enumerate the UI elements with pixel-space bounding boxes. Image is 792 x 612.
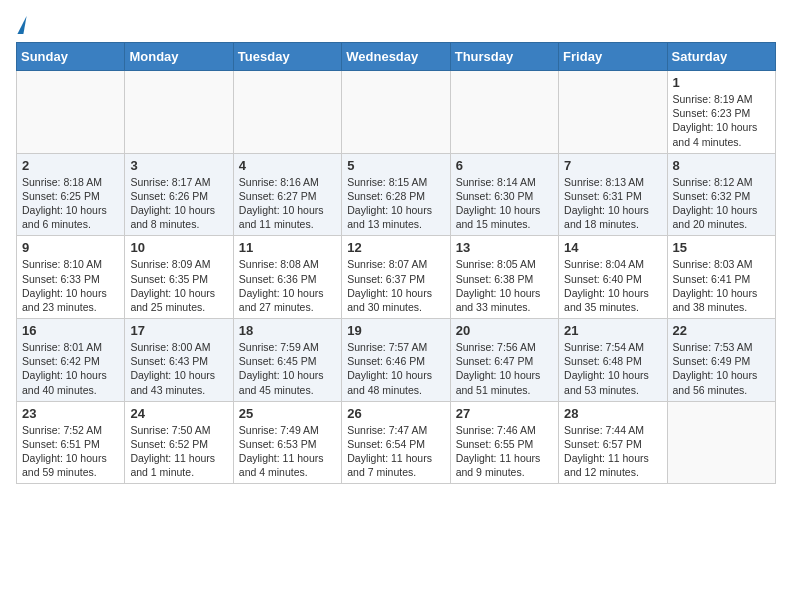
day-number: 7 [564,158,661,173]
calendar-cell: 13Sunrise: 8:05 AM Sunset: 6:38 PM Dayli… [450,236,558,319]
calendar-cell: 11Sunrise: 8:08 AM Sunset: 6:36 PM Dayli… [233,236,341,319]
weekday-header-wednesday: Wednesday [342,43,450,71]
calendar-cell: 25Sunrise: 7:49 AM Sunset: 6:53 PM Dayli… [233,401,341,484]
weekday-header-tuesday: Tuesday [233,43,341,71]
calendar-cell: 15Sunrise: 8:03 AM Sunset: 6:41 PM Dayli… [667,236,775,319]
day-info: Sunrise: 7:50 AM Sunset: 6:52 PM Dayligh… [130,423,227,480]
day-info: Sunrise: 8:14 AM Sunset: 6:30 PM Dayligh… [456,175,553,232]
calendar-cell: 7Sunrise: 8:13 AM Sunset: 6:31 PM Daylig… [559,153,667,236]
day-number: 1 [673,75,770,90]
calendar-cell: 4Sunrise: 8:16 AM Sunset: 6:27 PM Daylig… [233,153,341,236]
day-info: Sunrise: 8:01 AM Sunset: 6:42 PM Dayligh… [22,340,119,397]
calendar-cell: 1Sunrise: 8:19 AM Sunset: 6:23 PM Daylig… [667,71,775,154]
day-number: 19 [347,323,444,338]
calendar-week-3: 16Sunrise: 8:01 AM Sunset: 6:42 PM Dayli… [17,319,776,402]
weekday-header-saturday: Saturday [667,43,775,71]
calendar-cell [125,71,233,154]
page-header [16,16,776,34]
calendar-cell: 22Sunrise: 7:53 AM Sunset: 6:49 PM Dayli… [667,319,775,402]
day-number: 17 [130,323,227,338]
day-number: 28 [564,406,661,421]
calendar-body: 1Sunrise: 8:19 AM Sunset: 6:23 PM Daylig… [17,71,776,484]
day-info: Sunrise: 7:57 AM Sunset: 6:46 PM Dayligh… [347,340,444,397]
day-info: Sunrise: 8:12 AM Sunset: 6:32 PM Dayligh… [673,175,770,232]
day-info: Sunrise: 7:44 AM Sunset: 6:57 PM Dayligh… [564,423,661,480]
calendar-cell [450,71,558,154]
calendar-week-1: 2Sunrise: 8:18 AM Sunset: 6:25 PM Daylig… [17,153,776,236]
calendar-week-4: 23Sunrise: 7:52 AM Sunset: 6:51 PM Dayli… [17,401,776,484]
day-number: 10 [130,240,227,255]
day-number: 6 [456,158,553,173]
day-number: 26 [347,406,444,421]
day-info: Sunrise: 7:47 AM Sunset: 6:54 PM Dayligh… [347,423,444,480]
day-info: Sunrise: 8:00 AM Sunset: 6:43 PM Dayligh… [130,340,227,397]
day-info: Sunrise: 7:59 AM Sunset: 6:45 PM Dayligh… [239,340,336,397]
day-number: 20 [456,323,553,338]
day-number: 4 [239,158,336,173]
calendar-cell: 2Sunrise: 8:18 AM Sunset: 6:25 PM Daylig… [17,153,125,236]
day-number: 18 [239,323,336,338]
calendar-cell: 6Sunrise: 8:14 AM Sunset: 6:30 PM Daylig… [450,153,558,236]
day-number: 11 [239,240,336,255]
day-info: Sunrise: 8:08 AM Sunset: 6:36 PM Dayligh… [239,257,336,314]
weekday-header-friday: Friday [559,43,667,71]
day-number: 24 [130,406,227,421]
day-number: 5 [347,158,444,173]
day-info: Sunrise: 8:03 AM Sunset: 6:41 PM Dayligh… [673,257,770,314]
calendar-cell: 26Sunrise: 7:47 AM Sunset: 6:54 PM Dayli… [342,401,450,484]
day-number: 2 [22,158,119,173]
day-number: 12 [347,240,444,255]
calendar-header-row: SundayMondayTuesdayWednesdayThursdayFrid… [17,43,776,71]
day-number: 21 [564,323,661,338]
day-info: Sunrise: 7:56 AM Sunset: 6:47 PM Dayligh… [456,340,553,397]
day-number: 13 [456,240,553,255]
calendar-cell: 9Sunrise: 8:10 AM Sunset: 6:33 PM Daylig… [17,236,125,319]
weekday-header-thursday: Thursday [450,43,558,71]
calendar-cell: 20Sunrise: 7:56 AM Sunset: 6:47 PM Dayli… [450,319,558,402]
calendar-cell [667,401,775,484]
day-info: Sunrise: 7:54 AM Sunset: 6:48 PM Dayligh… [564,340,661,397]
calendar-cell: 17Sunrise: 8:00 AM Sunset: 6:43 PM Dayli… [125,319,233,402]
day-number: 22 [673,323,770,338]
calendar-cell: 5Sunrise: 8:15 AM Sunset: 6:28 PM Daylig… [342,153,450,236]
calendar-week-0: 1Sunrise: 8:19 AM Sunset: 6:23 PM Daylig… [17,71,776,154]
day-info: Sunrise: 7:52 AM Sunset: 6:51 PM Dayligh… [22,423,119,480]
day-info: Sunrise: 8:17 AM Sunset: 6:26 PM Dayligh… [130,175,227,232]
calendar-cell: 27Sunrise: 7:46 AM Sunset: 6:55 PM Dayli… [450,401,558,484]
calendar-cell [17,71,125,154]
weekday-header-monday: Monday [125,43,233,71]
day-info: Sunrise: 8:13 AM Sunset: 6:31 PM Dayligh… [564,175,661,232]
logo [16,16,25,34]
calendar-cell: 10Sunrise: 8:09 AM Sunset: 6:35 PM Dayli… [125,236,233,319]
day-info: Sunrise: 8:09 AM Sunset: 6:35 PM Dayligh… [130,257,227,314]
day-number: 25 [239,406,336,421]
day-info: Sunrise: 8:04 AM Sunset: 6:40 PM Dayligh… [564,257,661,314]
calendar-cell [233,71,341,154]
day-info: Sunrise: 7:49 AM Sunset: 6:53 PM Dayligh… [239,423,336,480]
day-number: 16 [22,323,119,338]
calendar-week-2: 9Sunrise: 8:10 AM Sunset: 6:33 PM Daylig… [17,236,776,319]
day-number: 14 [564,240,661,255]
calendar-cell: 23Sunrise: 7:52 AM Sunset: 6:51 PM Dayli… [17,401,125,484]
day-info: Sunrise: 8:05 AM Sunset: 6:38 PM Dayligh… [456,257,553,314]
day-number: 23 [22,406,119,421]
day-info: Sunrise: 8:15 AM Sunset: 6:28 PM Dayligh… [347,175,444,232]
calendar-cell: 28Sunrise: 7:44 AM Sunset: 6:57 PM Dayli… [559,401,667,484]
calendar-cell: 19Sunrise: 7:57 AM Sunset: 6:46 PM Dayli… [342,319,450,402]
day-number: 27 [456,406,553,421]
day-info: Sunrise: 8:19 AM Sunset: 6:23 PM Dayligh… [673,92,770,149]
calendar-cell: 21Sunrise: 7:54 AM Sunset: 6:48 PM Dayli… [559,319,667,402]
calendar-cell: 8Sunrise: 8:12 AM Sunset: 6:32 PM Daylig… [667,153,775,236]
day-info: Sunrise: 7:46 AM Sunset: 6:55 PM Dayligh… [456,423,553,480]
logo-triangle-icon [17,16,26,34]
calendar-cell [559,71,667,154]
weekday-header-sunday: Sunday [17,43,125,71]
day-info: Sunrise: 8:07 AM Sunset: 6:37 PM Dayligh… [347,257,444,314]
calendar-cell: 24Sunrise: 7:50 AM Sunset: 6:52 PM Dayli… [125,401,233,484]
day-number: 8 [673,158,770,173]
calendar-cell [342,71,450,154]
calendar-cell: 18Sunrise: 7:59 AM Sunset: 6:45 PM Dayli… [233,319,341,402]
day-number: 9 [22,240,119,255]
day-info: Sunrise: 7:53 AM Sunset: 6:49 PM Dayligh… [673,340,770,397]
day-info: Sunrise: 8:16 AM Sunset: 6:27 PM Dayligh… [239,175,336,232]
